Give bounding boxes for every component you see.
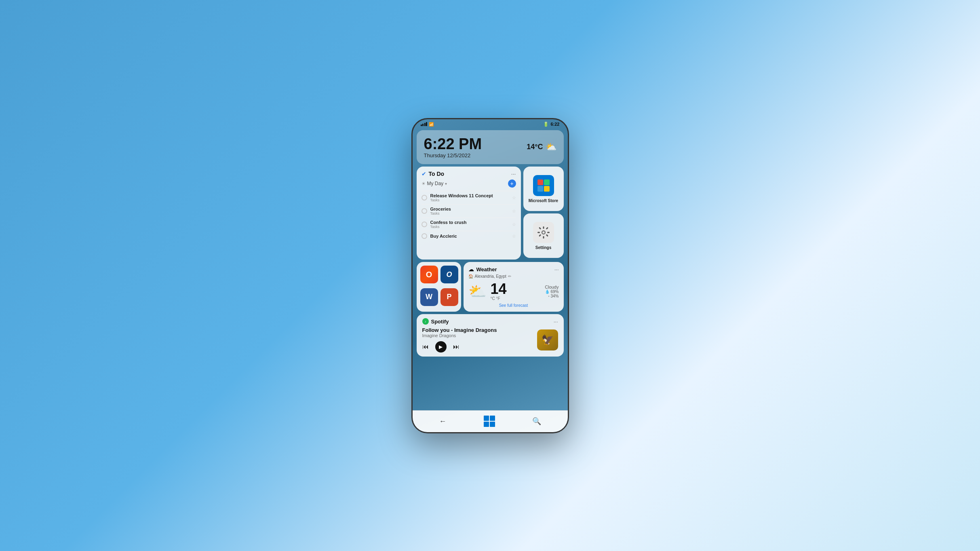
svg-rect-6 [546, 234, 548, 236]
powerpoint-icon[interactable]: P [440, 288, 458, 306]
ms-blue-quad [537, 186, 543, 192]
spotify-more-button[interactable]: ··· [554, 319, 558, 325]
signal-icon [421, 122, 428, 126]
time-date-block: 6:22 PM Thursday 12/5/2022 [424, 136, 482, 159]
signal-bar-1 [421, 125, 422, 126]
song-title: Follow you - Imagine Dragons [422, 327, 497, 333]
svg-point-10 [542, 231, 544, 233]
spotify-header: ♪ Spotify ··· [422, 318, 558, 325]
ms-red-quad [537, 179, 543, 185]
todo-item[interactable]: Confess to crush Tasks ☆ [422, 217, 516, 231]
phone-frame: 📶 🔋 6:22 6:22 PM Thursday 12/5/2022 14°C… [411, 118, 569, 433]
task-circle[interactable] [422, 233, 427, 239]
settings-icon [533, 222, 554, 243]
task-name: Buy Accleric [430, 234, 457, 239]
myday-add-button[interactable]: + [508, 179, 516, 188]
spotify-info: Follow you - Imagine Dragons Imagine Dra… [422, 327, 497, 353]
todo-widget: ✔ To Do ··· ☀ My Day ▾ + [417, 167, 521, 260]
header-weather-icon: ⛅ [546, 142, 556, 152]
previous-button[interactable]: ⏮ [422, 343, 429, 350]
myday-left[interactable]: ☀ My Day ▾ [422, 181, 447, 186]
gear-svg [537, 226, 550, 239]
win-q4 [490, 422, 495, 427]
weather-header: ☁ Weather ··· [468, 266, 559, 272]
task-sub: Tasks [430, 211, 451, 215]
ms-grid-icon [537, 179, 550, 192]
widgets-area: ✔ To Do ··· ☀ My Day ▾ + [413, 167, 568, 357]
office365-icon[interactable]: O [420, 266, 438, 283]
time-header: 6:22 PM Thursday 12/5/2022 14°C ⛅ [417, 130, 564, 165]
myday-sun-icon: ☀ [422, 181, 426, 186]
unit-celsius: °C [491, 296, 495, 301]
middle-row: O O W P ☁ [417, 262, 564, 312]
weather-temperature: 14 [491, 281, 507, 297]
todo-title: To Do [429, 171, 445, 177]
signal-bar-4 [426, 122, 427, 126]
phone-screen: 📶 🔋 6:22 6:22 PM Thursday 12/5/2022 14°C… [413, 119, 568, 432]
todo-myday-row: ☀ My Day ▾ + [422, 179, 516, 188]
task-name: Release Windows 11 Concept [430, 193, 493, 198]
svg-rect-2 [543, 236, 544, 239]
task-star[interactable]: ☆ [512, 209, 516, 214]
task-circle[interactable] [422, 222, 427, 227]
app-icons-col: Microsoft Store [523, 167, 564, 260]
word-letter: W [426, 293, 432, 301]
weather-wind: ◦ 34% [545, 294, 559, 298]
ppt-letter: P [447, 293, 451, 301]
weather-forecast-link[interactable]: See full forecast [468, 303, 559, 308]
weather-title-row: ☁ Weather [468, 266, 497, 272]
todo-header: ✔ To Do ··· [422, 171, 516, 177]
task-sub: Tasks [430, 225, 467, 229]
next-button[interactable]: ⏭ [453, 343, 459, 350]
task-star[interactable]: ☆ [512, 234, 516, 239]
status-time: 6:22 [550, 122, 559, 127]
weather-temp-block: 14 °C °F [491, 282, 507, 301]
svg-rect-8 [539, 234, 541, 236]
win-q2 [490, 416, 495, 421]
weather-status-block: Cloudy 💧 69% ◦ 34% [545, 285, 559, 298]
task-circle[interactable] [422, 208, 427, 214]
todo-more-button[interactable]: ··· [511, 171, 516, 177]
microsoft-store-label: Microsoft Store [529, 198, 558, 203]
todo-item[interactable]: Groceries Tasks ☆ [422, 204, 516, 217]
ms-yellow-quad [544, 186, 550, 192]
search-button[interactable]: 🔍 [532, 417, 541, 426]
weather-status-text: Cloudy [545, 285, 559, 289]
todo-item[interactable]: Release Windows 11 Concept Tasks ☆ [422, 191, 516, 204]
weather-location: 🏠 Alexandria, Egypt ✏ [468, 274, 559, 279]
weather-main: ⛅ 14 °C °F Cloudy 💧 69% ◦ 34% [468, 282, 559, 301]
outlook-icon[interactable]: O [440, 266, 458, 283]
word-icon[interactable]: W [420, 288, 438, 306]
home-icon: 🏠 [468, 274, 473, 279]
microsoft-store-widget[interactable]: Microsoft Store [523, 167, 564, 211]
battery-icon: 🔋 [543, 122, 549, 127]
weather-title: Weather [476, 266, 497, 272]
date-display: Thursday 12/5/2022 [424, 152, 482, 158]
ms-green-quad [544, 179, 550, 185]
status-right: 🔋 6:22 [543, 122, 559, 127]
task-sub: Tasks [430, 198, 493, 202]
myday-label: My Day [427, 181, 444, 186]
time-display: 6:22 PM [424, 136, 482, 153]
svg-rect-7 [546, 227, 548, 229]
header-temp: 14°C [527, 143, 543, 151]
play-button[interactable]: ▶ [435, 341, 447, 353]
todo-item[interactable]: Buy Accleric ☆ [422, 231, 516, 241]
settings-label: Settings [535, 245, 551, 250]
location-edit-icon[interactable]: ✏ [508, 274, 511, 279]
top-row: ✔ To Do ··· ☀ My Day ▾ + [417, 167, 564, 260]
task-name: Confess to crush [430, 220, 467, 225]
windows-home-button[interactable] [484, 416, 495, 427]
wifi-icon: 📶 [429, 122, 434, 127]
task-star[interactable]: ☆ [512, 195, 516, 201]
weather-cloud-big-icon: ⛅ [468, 283, 487, 300]
task-circle[interactable] [422, 195, 427, 201]
back-button[interactable]: ← [439, 417, 447, 426]
settings-widget[interactable]: Settings [523, 213, 564, 258]
weather-more-button[interactable]: ··· [554, 266, 559, 272]
spotify-controls: ⏮ ▶ ⏭ [422, 341, 497, 353]
task-star[interactable]: ☆ [512, 222, 516, 227]
status-left: 📶 [421, 122, 434, 127]
svg-rect-5 [539, 227, 541, 229]
svg-rect-3 [537, 232, 540, 233]
